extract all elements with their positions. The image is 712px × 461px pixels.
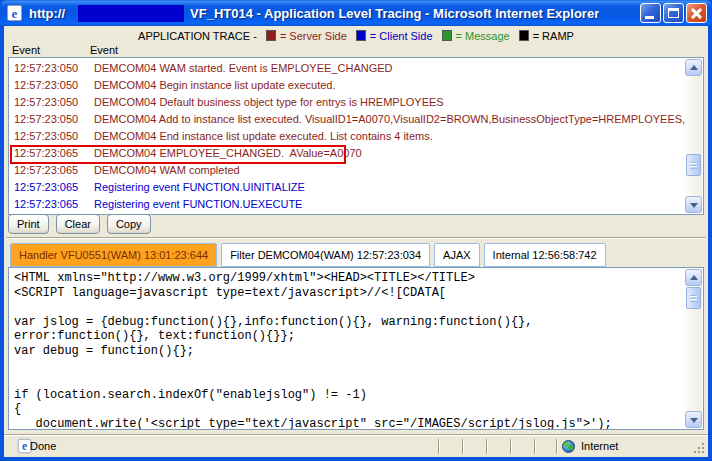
legend-item-server: = Server Side (266, 30, 347, 42)
log-message: DEMCOM04 WAM completed (94, 162, 240, 179)
message-color-swatch-icon (442, 30, 452, 41)
log-timestamp: 12:57:23:050 (10, 94, 94, 111)
clear-button[interactable]: Clear (56, 214, 100, 234)
security-zone-label: Internet (581, 440, 618, 452)
scroll-down-button[interactable] (685, 196, 702, 213)
code-line (14, 373, 685, 388)
legend-item-ramp: = RAMP (519, 30, 574, 42)
code-line: var debug = function(){}; (14, 344, 685, 359)
log-timestamp: 12:57:23:050 (10, 60, 94, 77)
log-scrollbar[interactable] (685, 59, 702, 213)
log-message: DEMCOM04 WAM started. Event is EMPLOYEE_… (94, 60, 393, 77)
code-scrollbar[interactable] (685, 269, 702, 428)
status-bar: e Done Internet (4, 434, 708, 457)
tab-filter[interactable]: Filter DEMCOM04(WAM) 12:57:23:034 (221, 243, 430, 267)
tab-handler[interactable]: Handler VFU0551(WAM) 13:01:23:644 (10, 243, 217, 267)
log-message: Registering event FUNCTION.UEXECUTE (94, 196, 302, 213)
page-body: APPLICATION TRACE - = Server Side= Clien… (4, 26, 708, 457)
log-row[interactable]: 12:57:23:050DEMCOM04 WAM started. Event … (10, 60, 685, 77)
arrow-down-icon (690, 203, 698, 208)
arrow-up-icon (690, 275, 698, 280)
log-timestamp: 12:57:23:065 (10, 145, 94, 162)
code-line: document.write('<script type="text/javas… (14, 417, 685, 429)
minimize-icon (645, 16, 654, 19)
log-timestamp: 12:57:23:050 (10, 77, 94, 94)
log-row[interactable]: 12:57:23:050DEMCOM04 Add to instance lis… (10, 111, 685, 128)
legend-title: APPLICATION TRACE - (138, 30, 257, 42)
log-message: DEMCOM04 EMPLOYEE_CHANGED. AValue=A0070 (94, 145, 362, 162)
legend-item-client: = Client Side (356, 30, 433, 42)
log-rows: 12:57:23:050DEMCOM04 WAM started. Event … (10, 60, 685, 213)
code-line: <HTML xmlns="http://www.w3.org/1999/xhtm… (14, 271, 685, 286)
tab-ajax[interactable]: AJAX (434, 243, 480, 267)
code-line: if (location.search.indexOf("enablejslog… (14, 388, 685, 403)
tab-internal[interactable]: Internal 12:56:58:742 (484, 243, 606, 267)
legend-label: = RAMP (533, 30, 574, 42)
title-bar[interactable]: e http:// VF_HT014 - Application Level T… (0, 0, 712, 26)
code-line: { (14, 402, 685, 417)
log-message: DEMCOM04 Default business object type fo… (94, 94, 444, 111)
log-timestamp: 12:57:23:065 (10, 196, 94, 213)
scroll-up-button[interactable] (685, 269, 702, 286)
legend-label: = Server Side (280, 30, 347, 42)
log-message: DEMCOM04 End instance list update execut… (94, 128, 433, 145)
close-button[interactable] (686, 3, 707, 23)
column-header-event-text: Event (90, 44, 118, 56)
status-text: Done (30, 440, 56, 452)
log-message: Registering event FUNCTION.UINITIALIZE (94, 179, 305, 196)
trace-log-panel: 12:57:23:050DEMCOM04 WAM started. Event … (8, 57, 704, 215)
log-message: DEMCOM04 Add to instance list executed. … (94, 111, 685, 128)
log-timestamp: 12:57:23:050 (10, 111, 94, 128)
legend-item-message: = Message (442, 30, 510, 42)
log-row[interactable]: 12:57:23:065DEMCOM04 WAM completed (10, 162, 685, 179)
log-row[interactable]: 12:57:23:050DEMCOM04 Begin instance list… (10, 77, 685, 94)
redacted-url-box (78, 5, 184, 22)
legend-label: = Client Side (370, 30, 433, 42)
column-header-event-time: Event (12, 44, 40, 56)
tabs: Handler VFU0551(WAM) 13:01:23:644Filter … (10, 243, 606, 267)
code-line: <SCRIPT language=javascript type=text/ja… (14, 286, 685, 301)
log-row[interactable]: 12:57:23:050DEMCOM04 Default business ob… (10, 94, 685, 111)
source-code-panel[interactable]: <HTML xmlns="http://www.w3.org/1999/xhtm… (8, 267, 704, 430)
log-row[interactable]: 12:57:23:065DEMCOM04 EMPLOYEE_CHANGED. A… (10, 145, 685, 162)
log-timestamp: 12:57:23:065 (10, 179, 94, 196)
code-line (14, 300, 685, 315)
arrow-down-icon (690, 418, 698, 423)
scrollbar-thumb[interactable] (686, 154, 701, 176)
minimize-button[interactable] (640, 3, 661, 23)
scroll-up-button[interactable] (685, 59, 702, 76)
window-title: VF_HT014 - Application Level Tracing - M… (190, 6, 599, 21)
print-button[interactable]: Print (8, 214, 49, 234)
server-color-swatch-icon (266, 30, 276, 41)
legend-label: = Message (456, 30, 510, 42)
client-color-swatch-icon (356, 30, 366, 41)
maximize-icon (668, 8, 679, 18)
copy-button[interactable]: Copy (107, 214, 151, 234)
ramp-color-swatch-icon (519, 30, 529, 41)
ie-app-icon: e (7, 5, 22, 21)
code-line: var jslog = {debug:function(){},info:fun… (14, 315, 685, 330)
title-url-prefix: http:// (29, 6, 65, 21)
log-row[interactable]: 12:57:23:065Registering event FUNCTION.U… (10, 196, 685, 213)
code-line (14, 359, 685, 374)
log-timestamp: 12:57:23:050 (10, 128, 94, 145)
scrollbar-thumb[interactable] (686, 287, 701, 309)
scroll-down-button[interactable] (685, 411, 702, 428)
trace-legend: APPLICATION TRACE - = Server Side= Clien… (4, 28, 708, 43)
internet-zone-icon (562, 440, 575, 453)
log-toolbar: Print Clear Copy (8, 214, 151, 234)
arrow-up-icon (690, 65, 698, 70)
log-message: DEMCOM04 Begin instance list update exec… (94, 77, 336, 94)
separator-line (6, 237, 706, 239)
log-timestamp: 12:57:23:065 (10, 162, 94, 179)
log-row[interactable]: 12:57:23:065Registering event FUNCTION.U… (10, 179, 685, 196)
log-row[interactable]: 12:57:23:050DEMCOM04 End instance list u… (10, 128, 685, 145)
maximize-button[interactable] (663, 3, 684, 23)
resize-grip[interactable] (694, 443, 706, 455)
source-code-text: <HTML xmlns="http://www.w3.org/1999/xhtm… (10, 269, 685, 429)
code-line: error:function(){}, text:function(){}}; (14, 329, 685, 344)
